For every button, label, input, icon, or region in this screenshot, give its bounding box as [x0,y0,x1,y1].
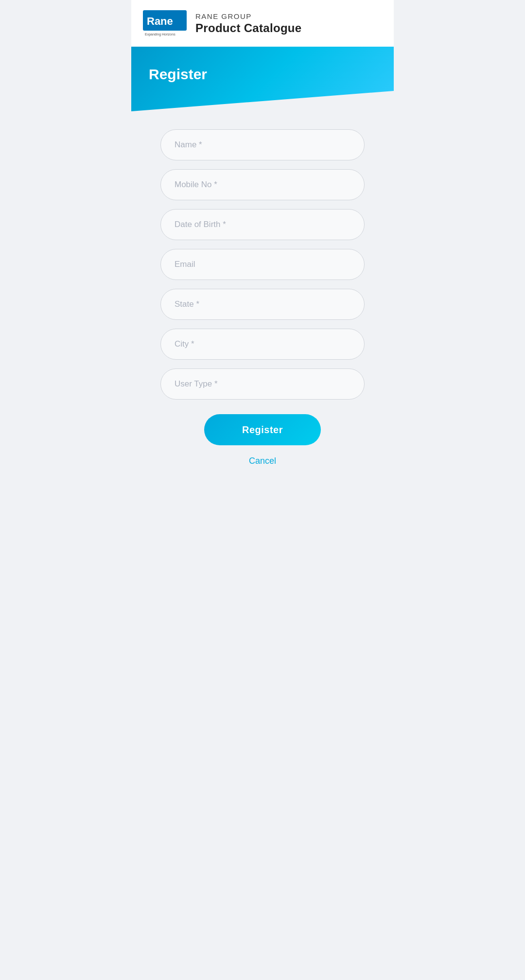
register-button[interactable]: Register [204,414,321,445]
logo: Rane Expanding Horizons [143,9,187,38]
mobile-field-wrapper [160,169,365,200]
svg-text:Expanding Horizons: Expanding Horizons [145,33,175,36]
cancel-button[interactable]: Cancel [249,456,276,466]
city-input[interactable] [160,329,365,360]
header-text: RANE GROUP Product Catalogue [195,12,301,35]
name-field-wrapper [160,129,365,160]
name-input[interactable] [160,129,365,160]
cancel-wrapper: Cancel [160,456,365,466]
hero-banner: Register [131,47,394,124]
dob-field-wrapper [160,209,365,240]
state-input[interactable] [160,289,365,320]
svg-text:Rane: Rane [147,15,173,27]
mobile-input[interactable] [160,169,365,200]
registration-form: Register Cancel [131,124,394,486]
product-catalogue-title: Product Catalogue [195,21,301,35]
usertype-field-wrapper [160,368,365,400]
register-button-wrapper: Register [160,414,365,445]
dob-input[interactable] [160,209,365,240]
email-input[interactable] [160,249,365,280]
state-field-wrapper [160,289,365,320]
city-field-wrapper [160,329,365,360]
header: Rane Expanding Horizons RANE GROUP Produ… [131,0,394,47]
group-name: RANE GROUP [195,12,301,20]
email-field-wrapper [160,249,365,280]
page-title: Register [149,66,207,83]
usertype-input[interactable] [160,368,365,400]
